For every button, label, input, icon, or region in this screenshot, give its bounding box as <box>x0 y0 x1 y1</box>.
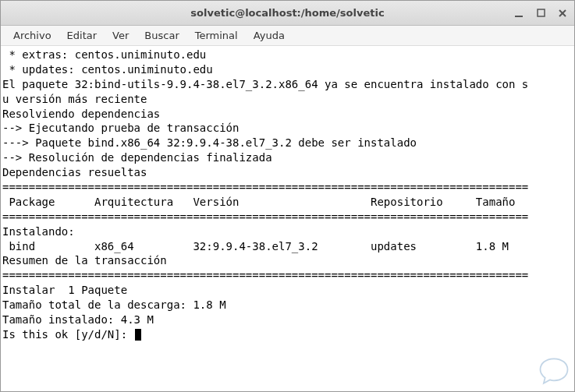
terminal-line: --> Resolución de dependencias finalizad… <box>2 150 573 165</box>
terminal-line: Tamaño instalado: 4.3 M <box>2 313 573 327</box>
menu-buscar[interactable]: Buscar <box>137 27 186 44</box>
terminal-window: solvetic@localhost:/home/solvetic Archiv… <box>0 0 575 392</box>
prompt-line: Is this ok [y/d/N]: <box>2 327 573 342</box>
terminal-line: Tamaño total de la descarga: 1.8 M <box>2 298 573 313</box>
menu-archivo[interactable]: Archivo <box>5 27 59 44</box>
titlebar: solvetic@localhost:/home/solvetic <box>1 1 574 26</box>
terminal-line: ========================================… <box>2 210 573 224</box>
terminal-line: Resumen de la transacción <box>2 253 573 268</box>
minimize-button[interactable] <box>513 8 524 19</box>
menubar: Archivo Editar Ver Buscar Terminal Ayuda <box>1 26 574 46</box>
terminal-line: ========================================… <box>2 180 573 195</box>
menu-terminal[interactable]: Terminal <box>187 27 246 44</box>
svg-rect-1 <box>538 9 545 16</box>
terminal-line: u versión más reciente <box>2 92 573 107</box>
terminal-line: * updates: centos.uniminuto.edu <box>2 62 573 77</box>
terminal-line: Instalando: <box>2 224 573 239</box>
close-button[interactable] <box>557 8 568 19</box>
prompt-text: Is this ok [y/d/N]: <box>2 328 134 341</box>
terminal-line: Package Arquitectura Versión Repositorio… <box>2 195 573 210</box>
terminal-line: Instalar 1 Paquete <box>2 283 573 298</box>
cursor-icon <box>135 329 141 341</box>
terminal-line: Resolviendo dependencias <box>2 107 573 122</box>
terminal-line: ========================================… <box>2 268 573 283</box>
terminal-line: Dependencias resueltas <box>2 165 573 180</box>
terminal-line: --> Ejecutando prueba de transacción <box>2 121 573 136</box>
maximize-button[interactable] <box>535 8 546 19</box>
menu-ayuda[interactable]: Ayuda <box>246 27 293 44</box>
terminal-line: El paquete 32:bind-utils-9.9.4-38.el7_3.… <box>2 77 573 92</box>
window-controls <box>513 8 568 19</box>
terminal-output[interactable]: * extras: centos.uniminuto.edu * updates… <box>1 46 574 391</box>
menu-editar[interactable]: Editar <box>59 27 105 44</box>
terminal-line: bind x86_64 32:9.9.4-38.el7_3.2 updates … <box>2 239 573 254</box>
menu-ver[interactable]: Ver <box>105 27 137 44</box>
window-title: solvetic@localhost:/home/solvetic <box>190 7 384 19</box>
terminal-line: * extras: centos.uniminuto.edu <box>2 48 573 62</box>
terminal-line: ---> Paquete bind.x86_64 32:9.9.4-38.el7… <box>2 136 573 150</box>
